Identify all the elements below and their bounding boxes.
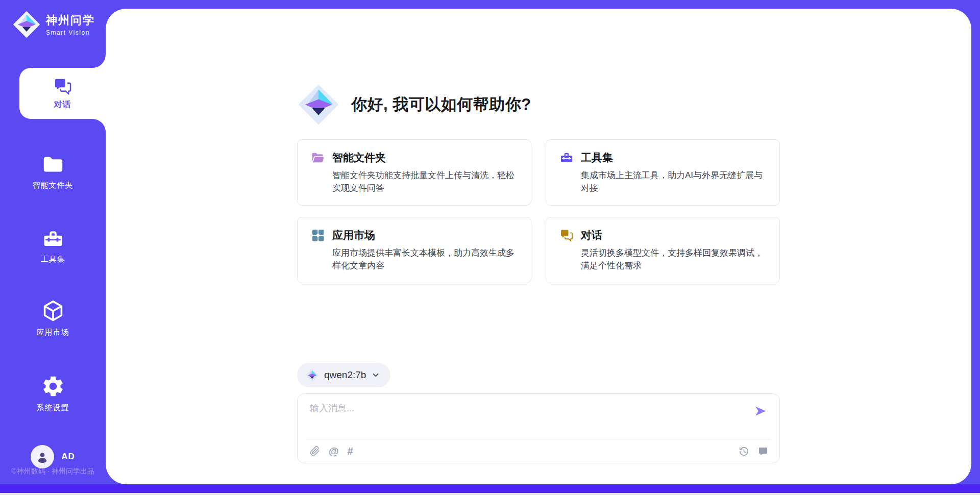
card-title: 应用市场 (332, 228, 375, 242)
page-title: 你好, 我可以如何帮助你? (351, 94, 531, 115)
card-title: 对话 (581, 228, 602, 242)
user-name: AD (61, 452, 75, 462)
brand: 神州问学 Smart Vision (12, 10, 95, 39)
sidebar-item-label: 系统设置 (37, 403, 69, 413)
bottom-band (0, 484, 980, 493)
toolbox-icon (42, 228, 64, 250)
paperclip-icon (310, 446, 320, 456)
send-button[interactable] (752, 403, 768, 420)
gear-icon (41, 374, 65, 399)
chevron-down-icon (371, 370, 380, 380)
card-description: 应用市场提供丰富长文本模板，助力高效生成多样化文章内容 (332, 246, 518, 272)
open-folder-icon (311, 151, 325, 165)
attach-button[interactable] (310, 446, 320, 456)
sidebar-item-label: 对话 (54, 100, 71, 110)
chat-bubbles-icon (559, 228, 574, 242)
chat-bubbles-icon (53, 77, 72, 96)
send-icon (753, 404, 767, 418)
brand-diamond-logo-icon (12, 10, 41, 39)
greeting-diamond-logo-icon (297, 83, 340, 126)
sidebar-item-app-market[interactable]: 应用市场 (0, 299, 106, 337)
sidebar-item-toolset[interactable]: 工具集 (0, 228, 106, 264)
sidebar-item-label: 应用市场 (37, 328, 69, 337)
sidebar-item-label: 智能文件夹 (33, 181, 74, 190)
composer-toolbar: @ # (298, 439, 779, 463)
folder-icon (41, 153, 65, 176)
sidebar-footer: ©神州数码 · 神州问学出品 (0, 467, 106, 476)
composer: @ # (297, 393, 780, 463)
sidebar-item-chat[interactable]: 对话 (19, 68, 106, 119)
avatar (31, 445, 54, 468)
card-description: 灵活切换多模型文件，支持多样回复效果调试，满足个性化需求 (581, 246, 766, 272)
bottom-strip (0, 493, 980, 495)
feedback-button[interactable] (758, 446, 768, 456)
card-title: 智能文件夹 (332, 151, 386, 165)
brand-subtitle: Smart Vision (46, 29, 95, 36)
history-button[interactable] (739, 446, 749, 457)
mention-button[interactable]: @ (329, 445, 339, 457)
card-title: 工具集 (581, 151, 613, 165)
card-chat[interactable]: 对话 灵活切换多模型文件，支持多样回复效果调试，满足个性化需求 (546, 217, 780, 283)
model-selector[interactable]: qwen2:7b (297, 363, 390, 387)
card-description: 集成市场上主流工具，助力AI与外界无缝扩展与对接 (581, 169, 766, 194)
user-avatar-icon (35, 450, 50, 464)
card-app-market[interactable]: 应用市场 应用市场提供丰富长文本模板，助力高效生成多样化文章内容 (297, 217, 531, 283)
tab-corner-bottom (92, 119, 106, 132)
tab-corner-top (92, 55, 106, 68)
hash-button[interactable]: # (348, 445, 353, 457)
model-name: qwen2:7b (324, 369, 366, 381)
cube-icon (41, 299, 65, 323)
toolbox-icon (559, 151, 574, 165)
sidebar: 神州问学 Smart Vision 对话 智能文件夹 (0, 0, 106, 484)
main-panel: 你好, 我可以如何帮助你? 智能文件夹 智能文件夹功能支持批量文件上传与清洗，轻… (106, 9, 971, 484)
grid-tiles-icon (311, 228, 325, 242)
history-icon (739, 446, 749, 457)
brand-title: 神州问学 (46, 13, 95, 28)
main-content: 你好, 我可以如何帮助你? 智能文件夹 智能文件夹功能支持批量文件上传与清洗，轻… (297, 83, 780, 463)
card-description: 智能文件夹功能支持批量文件上传与清洗，轻松实现文件问答 (332, 169, 518, 194)
hash-icon: # (348, 445, 353, 457)
chat-square-icon (758, 446, 768, 456)
user-profile[interactable]: AD (0, 445, 106, 468)
feature-cards: 智能文件夹 智能文件夹功能支持批量文件上传与清洗，轻松实现文件问答 工具集 集成… (297, 139, 780, 283)
greeting: 你好, 我可以如何帮助你? (297, 83, 780, 126)
message-input[interactable] (310, 402, 746, 428)
model-diamond-logo-icon (305, 368, 319, 382)
sidebar-item-smart-folder[interactable]: 智能文件夹 (0, 153, 106, 190)
card-smart-folder[interactable]: 智能文件夹 智能文件夹功能支持批量文件上传与清洗，轻松实现文件问答 (297, 139, 531, 206)
sidebar-item-label: 工具集 (41, 255, 65, 264)
card-toolset[interactable]: 工具集 集成市场上主流工具，助力AI与外界无缝扩展与对接 (546, 139, 780, 206)
sidebar-item-settings[interactable]: 系统设置 (0, 374, 106, 413)
mention-icon: @ (329, 445, 339, 457)
